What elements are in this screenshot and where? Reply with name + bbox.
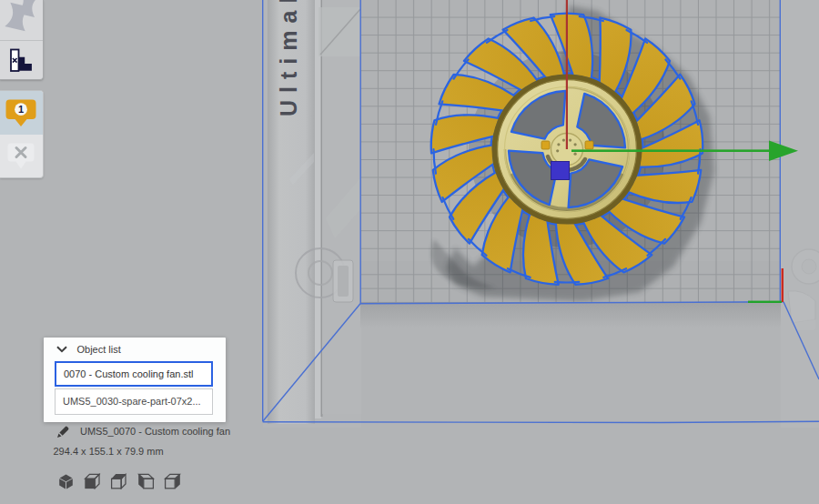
cura-application-window: Ultimaker — [0, 0, 819, 504]
extruder-1-button[interactable]: 1 — [0, 91, 43, 135]
selected-model-info: UMS5_0070 - Custom cooling fan — [56, 424, 230, 438]
support-blocker-icon — [0, 41, 43, 79]
top-view-cube-icon — [110, 473, 127, 489]
gizmo-y-axis-line[interactable] — [566, 0, 568, 149]
view-presets-row — [57, 473, 190, 489]
selected-model-name: UMS5_0070 - Custom cooling fan — [80, 426, 230, 437]
extruder-2-disabled-icon — [7, 143, 35, 170]
3d-view-cube-icon — [57, 473, 75, 489]
front-view-cube-icon — [84, 473, 101, 489]
tool-support-blocker-button[interactable] — [0, 40, 43, 79]
view-preset-top-view-button[interactable] — [110, 473, 127, 489]
printer-right-parts — [781, 0, 819, 428]
tool-panel — [0, 0, 44, 80]
extruder-2-button-disabled[interactable] — [0, 135, 43, 178]
plate-front-shading — [360, 303, 784, 328]
object-list-item[interactable]: UMS5_0030-spare-part-07x2... — [55, 388, 213, 415]
view-preset-front-view-button[interactable] — [84, 473, 101, 489]
tool-mirror-button[interactable] — [0, 0, 43, 40]
view-preset-left-view-button[interactable] — [137, 473, 155, 489]
extruder-panel: 1 — [0, 90, 44, 178]
gizmo-x-axis-line[interactable] — [571, 149, 769, 152]
view-preset-right-view-button[interactable] — [164, 473, 181, 489]
svg-text:1: 1 — [18, 104, 24, 115]
object-list-item-label: 0070 - Custom cooling fan.stl — [64, 368, 193, 379]
mirror-icon — [0, 0, 43, 40]
view-preset-3d-view-button[interactable] — [57, 473, 75, 489]
chevron-down-icon — [56, 346, 67, 353]
gizmo-z-axis-handle[interactable] — [551, 162, 570, 180]
left-view-cube-icon — [137, 473, 155, 489]
right-view-cube-icon — [164, 473, 181, 489]
rename-pencil-icon[interactable] — [56, 424, 70, 438]
object-list-header[interactable]: Object list — [44, 338, 226, 361]
extruder-1-icon: 1 — [5, 99, 36, 127]
object-list-title: Object list — [77, 344, 121, 355]
object-list-item-selected[interactable]: 0070 - Custom cooling fan.stl — [55, 361, 213, 388]
object-list-item-label: UMS5_0030-spare-part-07x2... — [63, 396, 201, 407]
printer-brand-text: Ultimaker — [276, 0, 301, 116]
selected-model-dimensions: 294.4 x 155.1 x 79.9 mm — [54, 446, 164, 457]
object-list-panel: Object list 0070 - Custom cooling fan.st… — [44, 338, 226, 422]
